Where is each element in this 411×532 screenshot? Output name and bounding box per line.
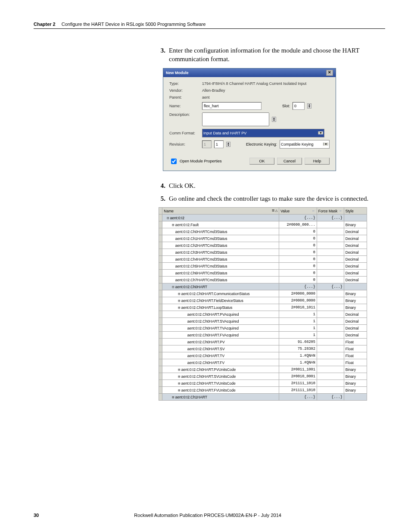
tag-style-cell[interactable]: Binary (344, 387, 367, 394)
revision-spinner[interactable]: ▲▼ (226, 142, 230, 147)
tag-force-cell[interactable] (317, 304, 344, 311)
table-row[interactable]: ⊞ aent:0:I2.Ch0HART.FVUnitsCode2#1111_10… (159, 387, 367, 394)
tag-force-cell[interactable] (317, 290, 344, 297)
tag-value-cell[interactable]: 2#0000_0000 (279, 290, 317, 297)
tag-name-cell[interactable]: · aent:0:I2.Ch0HART.FV (162, 359, 279, 366)
tag-style-cell[interactable]: Decimal (344, 270, 367, 277)
tag-value-cell[interactable]: 2#0000_0000 (279, 297, 317, 304)
tag-name-cell[interactable]: · aent:0:I2.Ch0HART.TVAcquired (162, 325, 279, 332)
tag-force-cell[interactable] (317, 345, 344, 352)
tag-force-cell[interactable] (317, 352, 344, 359)
tag-value-cell[interactable]: {...} (279, 215, 317, 221)
table-row[interactable]: · aent:0:I2.Ch6HARTCmd3Status0Decimal (159, 270, 367, 277)
help-button[interactable]: Help (305, 158, 330, 165)
tag-value-cell[interactable]: 2#1111_1010 (279, 387, 317, 394)
tag-name-cell[interactable]: · aent:0:I2.Ch0HART.SVAcquired (162, 318, 279, 325)
table-row[interactable]: · aent:0:I2.Ch2HARTCmd3Status0Decimal (159, 242, 367, 249)
table-row[interactable]: · aent:0:I2.Ch0HART.TVAcquired1Decimal (159, 325, 367, 332)
tag-force-cell[interactable] (317, 373, 344, 380)
tag-force-cell[interactable] (317, 277, 344, 283)
tag-name-cell[interactable]: · aent:0:I2.Ch7HARTCmd3Status (162, 277, 279, 283)
tag-style-cell[interactable]: Binary (344, 373, 367, 380)
table-row[interactable]: ⊞ aent:0:I2.Ch0HART.LoopStatus2#0010_101… (159, 304, 367, 311)
tag-style-cell[interactable]: Decimal (344, 318, 367, 325)
table-row[interactable]: · aent:0:I2.Ch7HARTCmd3Status0Decimal (159, 277, 367, 283)
tag-value-cell[interactable]: 0 (279, 263, 317, 270)
tag-name-cell[interactable]: ⊞ aent:0:I2.Fault (162, 221, 279, 228)
table-row[interactable]: ⊞ aent:0:I2.Ch0HART.PVUnitsCode2#0011_10… (159, 366, 367, 373)
name-input[interactable] (202, 102, 262, 110)
slot-spinner[interactable]: ▲▼ (307, 103, 311, 109)
tag-value-cell[interactable]: 0 (279, 277, 317, 283)
tag-name-cell[interactable]: · aent:0:I2.Ch2HARTCmd3Status (162, 242, 279, 249)
tag-force-cell[interactable] (317, 380, 344, 387)
tag-style-cell[interactable]: Binary (344, 366, 367, 373)
tag-name-cell[interactable]: · aent:0:I2.Ch0HART.PVAcquired (162, 311, 279, 318)
tag-force-cell[interactable] (317, 235, 344, 242)
table-row[interactable]: · aent:0:I2.Ch0HART.TV1.#QNANFloat (159, 352, 367, 359)
table-row[interactable]: ⊟ aent:0:I2{...}{...} (159, 215, 367, 221)
table-row[interactable]: · aent:0:I2.Ch3HARTCmd3Status0Decimal (159, 249, 367, 256)
table-row[interactable]: · aent:0:I2.Ch0HART.FV1.#QNANFloat (159, 359, 367, 366)
tag-name-cell[interactable]: ⊟ aent:0:I2.Ch0HART (162, 283, 279, 290)
table-row[interactable]: · aent:0:I2.Ch1HARTCmd3Status0Decimal (159, 235, 367, 242)
tag-value-cell[interactable]: 91.66205 (279, 339, 317, 345)
col-name[interactable]: Name ☰ △ (162, 208, 279, 215)
tag-name-cell[interactable]: ⊞ aent:0:I2.Ch0HART.FieldDeviceStatus (162, 297, 279, 304)
description-spinner[interactable]: ▲▼ (272, 117, 276, 122)
tag-force-cell[interactable] (317, 318, 344, 325)
tag-name-cell[interactable]: · aent:0:I2.Ch0HART.SV (162, 345, 279, 352)
tag-force-cell[interactable] (317, 339, 344, 345)
tag-force-cell[interactable]: {...} (317, 394, 344, 401)
tag-value-cell[interactable]: 1 (279, 318, 317, 325)
col-force[interactable]: Force Mask ← (317, 208, 344, 215)
col-style[interactable]: Style (344, 208, 367, 215)
tag-force-cell[interactable] (317, 242, 344, 249)
table-row[interactable]: · aent:0:I2.Ch0HART.SV75.28302Float (159, 345, 367, 352)
tag-style-cell[interactable]: Decimal (344, 235, 367, 242)
tag-value-cell[interactable]: 2#0010_0001 (279, 373, 317, 380)
tag-value-cell[interactable]: 2#0011_1001 (279, 366, 317, 373)
table-row[interactable]: · aent:0:I2.Ch5HARTCmd3Status0Decimal (159, 263, 367, 270)
tag-force-cell[interactable] (317, 366, 344, 373)
tag-style-cell[interactable] (344, 215, 367, 221)
comm-format-select[interactable]: Input Data and HART PV ▼ (202, 129, 324, 137)
tag-value-cell[interactable]: 1 (279, 325, 317, 332)
electronic-keying-select[interactable]: Compatible Keying ▼ (280, 140, 330, 149)
table-row[interactable]: · aent:0:I2.Ch0HART.SVAcquired1Decimal (159, 318, 367, 325)
tag-style-cell[interactable]: Binary (344, 380, 367, 387)
tag-style-cell[interactable]: Float (344, 339, 367, 345)
tag-style-cell[interactable]: Decimal (344, 325, 367, 332)
tag-style-cell[interactable]: Decimal (344, 263, 367, 270)
tag-name-cell[interactable]: · aent:0:I2.Ch6HARTCmd3Status (162, 270, 279, 277)
tag-force-cell[interactable]: {...} (317, 283, 344, 290)
table-row[interactable]: ⊞ aent:0:I2.Ch0HART.TVUnitsCode2#1111_10… (159, 380, 367, 387)
tag-name-cell[interactable]: · aent:0:I2.Ch4HARTCmd3Status (162, 256, 279, 263)
tag-name-cell[interactable]: · aent:0:I2.Ch0HART.PV (162, 339, 279, 345)
cancel-button[interactable]: Cancel (277, 158, 302, 165)
tag-value-cell[interactable]: 1 (279, 311, 317, 318)
tag-force-cell[interactable] (317, 332, 344, 339)
tag-value-cell[interactable]: 0 (279, 235, 317, 242)
tag-name-cell[interactable]: ⊞ aent:0:I2.Ch1HART (162, 394, 279, 401)
table-row[interactable]: ⊞ aent:0:I2.Fault2#0000_000...Binary (159, 221, 367, 228)
table-row[interactable]: ⊟ aent:0:I2.Ch0HART{...}{...} (159, 283, 367, 290)
tag-force-cell[interactable] (317, 249, 344, 256)
tag-value-cell[interactable]: 0 (279, 270, 317, 277)
tag-name-cell[interactable]: · aent:0:I2.Ch3HARTCmd3Status (162, 249, 279, 256)
tag-value-cell[interactable]: 1.#QNAN (279, 359, 317, 366)
tag-style-cell[interactable]: Float (344, 359, 367, 366)
dialog-titlebar[interactable]: New Module ✕ (163, 68, 336, 77)
tag-style-cell[interactable]: Binary (344, 221, 367, 228)
col-value[interactable]: Value ← (279, 208, 317, 215)
open-module-properties-checkbox[interactable]: Open Module Properties (169, 157, 222, 165)
ok-button[interactable]: OK (249, 158, 274, 165)
tag-name-cell[interactable]: · aent:0:I2.Ch0HARTCmd3Status (162, 228, 279, 235)
tag-name-cell[interactable]: · aent:0:I2.Ch1HARTCmd3Status (162, 235, 279, 242)
tag-name-cell[interactable]: ⊞ aent:0:I2.Ch0HART.FVUnitsCode (162, 387, 279, 394)
tag-value-cell[interactable]: 1 (279, 332, 317, 339)
table-row[interactable]: · aent:0:I2.Ch0HART.FVAcquired1Decimal (159, 332, 367, 339)
tag-name-cell[interactable]: ⊞ aent:0:I2.Ch0HART.TVUnitsCode (162, 380, 279, 387)
tag-value-cell[interactable]: 0 (279, 242, 317, 249)
tag-name-cell[interactable]: ⊟ aent:0:I2 (162, 215, 279, 221)
